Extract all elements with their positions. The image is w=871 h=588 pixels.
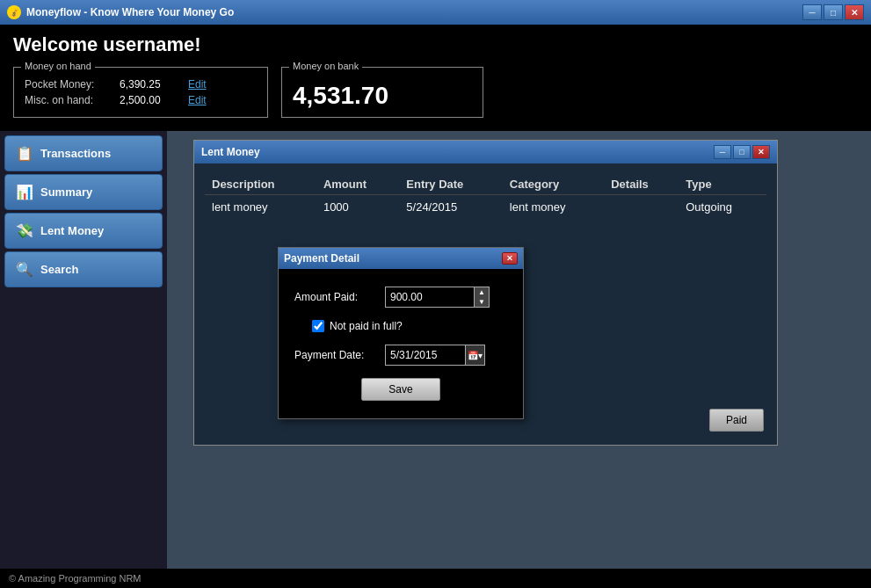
- amount-up-button[interactable]: ▲: [475, 287, 489, 297]
- misc-on-hand-label: Misc. on hand:: [25, 94, 113, 106]
- lent-money-label: Lent Money: [40, 224, 104, 237]
- search-label: Search: [40, 263, 78, 276]
- welcome-text: Welcome username!: [13, 33, 858, 56]
- paid-button[interactable]: Paid: [709, 409, 764, 432]
- lent-money-table: Description Amount Entry Date Category D…: [205, 174, 766, 219]
- payment-date-input-container: 📅▾: [385, 345, 485, 366]
- lent-money-minimize[interactable]: ─: [714, 145, 731, 159]
- lent-money-window-controls: ─ □ ✕: [714, 145, 770, 159]
- amount-paid-input-container: ▲ ▼: [385, 287, 490, 308]
- lent-money-window: Lent Money ─ □ ✕ Description Amount E: [193, 140, 778, 446]
- bank-amount: 4,531.70: [293, 82, 472, 110]
- transactions-label: Transactions: [40, 147, 111, 160]
- col-amount: Amount: [316, 174, 399, 195]
- lent-money-maximize[interactable]: □: [733, 145, 751, 159]
- title-bar: 💰 Moneyflow - Know Where Your Money Go ─…: [0, 0, 871, 25]
- table-row[interactable]: lent money 1000 5/24/2015 lent money Out…: [205, 195, 766, 220]
- header: Welcome username! Money on hand Pocket M…: [0, 25, 871, 131]
- minimize-button[interactable]: ─: [802, 4, 822, 20]
- col-entry-date: Entry Date: [399, 174, 503, 195]
- money-panels: Money on hand Pocket Money: 6,390.25 Edi…: [13, 67, 858, 118]
- sidebar-item-lent-money[interactable]: 💸 Lent Money: [4, 213, 163, 249]
- app-body: Welcome username! Money on hand Pocket M…: [0, 25, 871, 588]
- money-on-bank-label: Money on bank: [289, 61, 362, 71]
- title-bar-left: 💰 Moneyflow - Know Where Your Money Go: [7, 5, 234, 19]
- sidebar-item-summary[interactable]: 📊 Summary: [4, 174, 163, 210]
- dialog-title: Payment Detail: [284, 252, 359, 265]
- money-on-hand-label: Money on hand: [21, 61, 95, 71]
- row-category: lent money: [503, 195, 604, 220]
- footer: © Amazing Programming NRM: [0, 569, 871, 588]
- amount-down-button[interactable]: ▼: [475, 297, 489, 307]
- payment-date-label: Payment Date:: [294, 349, 378, 361]
- col-type: Type: [679, 174, 766, 195]
- lent-money-window-title: Lent Money: [201, 146, 260, 158]
- sidebar-item-transactions[interactable]: 📋 Transactions: [4, 135, 163, 171]
- amount-paid-label: Amount Paid:: [294, 291, 378, 303]
- app-title: Moneyflow - Know Where Your Money Go: [26, 6, 234, 18]
- close-button[interactable]: ✕: [845, 4, 864, 20]
- col-description: Description: [205, 174, 316, 195]
- transactions-icon: 📋: [16, 145, 33, 162]
- dialog-title-bar: Payment Detail ✕: [279, 248, 523, 269]
- row-details: [604, 195, 679, 220]
- pocket-money-value: 6,390.25: [120, 78, 181, 91]
- maximize-button[interactable]: □: [824, 4, 843, 20]
- pocket-money-label: Pocket Money:: [25, 78, 113, 91]
- sidebar: 📋 Transactions 📊 Summary 💸 Lent Money 🔍 …: [0, 131, 167, 569]
- row-amount: 1000: [316, 195, 399, 220]
- summary-icon: 📊: [16, 184, 33, 200]
- title-bar-controls: ─ □ ✕: [802, 4, 864, 20]
- pocket-money-row: Pocket Money: 6,390.25 Edit: [25, 78, 257, 91]
- lent-money-title-bar: Lent Money ─ □ ✕: [194, 141, 777, 163]
- sidebar-item-search[interactable]: 🔍 Search: [4, 251, 163, 287]
- date-picker-button[interactable]: 📅▾: [465, 345, 484, 365]
- save-button[interactable]: Save: [361, 378, 439, 401]
- amount-paid-row: Amount Paid: ▲ ▼: [294, 287, 507, 308]
- lent-money-close[interactable]: ✕: [752, 145, 770, 159]
- not-paid-row: Not paid in full?: [294, 320, 507, 332]
- dialog-body: Amount Paid: ▲ ▼: [279, 269, 523, 418]
- app-icon: 💰: [7, 5, 21, 19]
- payment-date-row: Payment Date: 📅▾: [294, 345, 507, 366]
- amount-paid-input[interactable]: [386, 288, 474, 306]
- lent-money-body: Description Amount Entry Date Category D…: [194, 163, 777, 445]
- summary-label: Summary: [40, 185, 92, 199]
- col-details: Details: [604, 174, 679, 195]
- payment-dialog: Payment Detail ✕ Amount Paid: ▲ ▼: [278, 247, 524, 419]
- row-entry-date: 5/24/2015: [399, 195, 503, 220]
- main-content: Lent Money ─ □ ✕ Description Amount E: [167, 131, 871, 569]
- misc-money-edit[interactable]: Edit: [188, 94, 207, 106]
- col-category: Category: [503, 174, 604, 195]
- search-icon: 🔍: [16, 261, 33, 278]
- not-paid-checkbox[interactable]: [312, 320, 324, 332]
- not-paid-label: Not paid in full?: [330, 320, 403, 332]
- pocket-money-edit[interactable]: Edit: [188, 78, 207, 91]
- row-description: lent money: [205, 195, 316, 220]
- copyright-text: © Amazing Programming NRM: [9, 573, 142, 584]
- payment-date-input[interactable]: [386, 346, 465, 364]
- misc-money-row: Misc. on hand: 2,500.00 Edit: [25, 94, 257, 106]
- row-type: Outgoing: [679, 195, 766, 220]
- money-on-hand-panel: Money on hand Pocket Money: 6,390.25 Edi…: [13, 67, 268, 118]
- lent-money-icon: 💸: [16, 222, 33, 239]
- save-btn-row: Save: [294, 378, 507, 401]
- content-area: 📋 Transactions 📊 Summary 💸 Lent Money 🔍 …: [0, 131, 871, 569]
- amount-spinners: ▲ ▼: [474, 287, 489, 307]
- dialog-close-button[interactable]: ✕: [502, 252, 518, 265]
- misc-on-hand-value: 2,500.00: [120, 94, 181, 106]
- money-on-bank-panel: Money on bank 4,531.70: [281, 67, 483, 118]
